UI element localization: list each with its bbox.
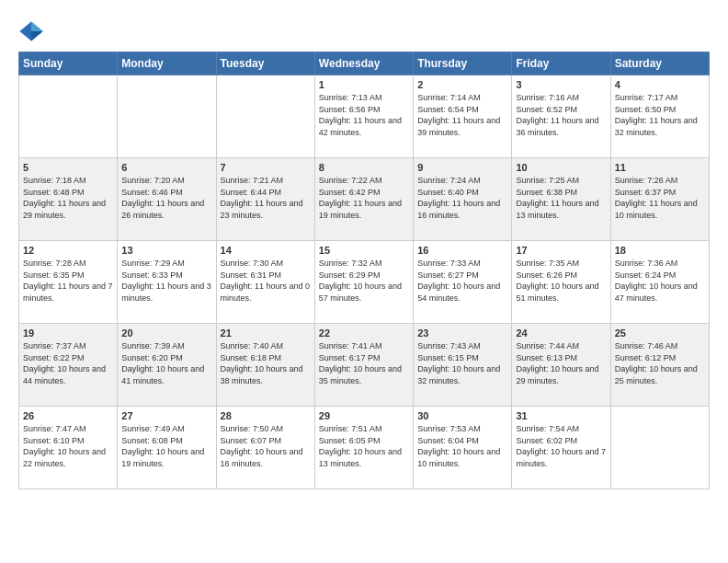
day-number: 24 bbox=[516, 327, 606, 339]
logo bbox=[18, 18, 48, 44]
calendar-week-4: 19Sunrise: 7:37 AM Sunset: 6:22 PM Dayli… bbox=[19, 324, 710, 407]
calendar-cell: 16Sunrise: 7:33 AM Sunset: 6:27 PM Dayli… bbox=[414, 241, 512, 324]
calendar-cell: 28Sunrise: 7:50 AM Sunset: 6:07 PM Dayli… bbox=[216, 407, 314, 489]
calendar-cell: 14Sunrise: 7:30 AM Sunset: 6:31 PM Dayli… bbox=[216, 241, 314, 324]
day-number: 15 bbox=[319, 245, 409, 256]
day-number: 8 bbox=[319, 162, 409, 173]
cell-content: Sunrise: 7:51 AM Sunset: 6:05 PM Dayligh… bbox=[319, 423, 409, 469]
calendar-table: SundayMondayTuesdayWednesdayThursdayFrid… bbox=[18, 52, 710, 489]
day-number: 19 bbox=[23, 327, 113, 339]
cell-content: Sunrise: 7:14 AM Sunset: 6:54 PM Dayligh… bbox=[417, 92, 507, 138]
page: SundayMondayTuesdayWednesdayThursdayFrid… bbox=[0, 0, 728, 499]
cell-content: Sunrise: 7:36 AM Sunset: 6:24 PM Dayligh… bbox=[615, 258, 705, 304]
day-number: 1 bbox=[319, 79, 409, 90]
day-header-sunday: Sunday bbox=[19, 52, 118, 75]
calendar-cell: 24Sunrise: 7:44 AM Sunset: 6:13 PM Dayli… bbox=[512, 324, 610, 407]
calendar-cell: 19Sunrise: 7:37 AM Sunset: 6:22 PM Dayli… bbox=[19, 324, 118, 407]
day-header-monday: Monday bbox=[118, 52, 216, 75]
cell-content: Sunrise: 7:54 AM Sunset: 6:02 PM Dayligh… bbox=[516, 423, 606, 469]
calendar-week-5: 26Sunrise: 7:47 AM Sunset: 6:10 PM Dayli… bbox=[19, 407, 710, 489]
calendar-cell: 31Sunrise: 7:54 AM Sunset: 6:02 PM Dayli… bbox=[512, 407, 610, 489]
calendar-cell: 30Sunrise: 7:53 AM Sunset: 6:04 PM Dayli… bbox=[414, 407, 512, 489]
day-header-saturday: Saturday bbox=[610, 52, 709, 75]
calendar-cell: 2Sunrise: 7:14 AM Sunset: 6:54 PM Daylig… bbox=[414, 75, 512, 158]
day-number: 27 bbox=[121, 410, 211, 421]
logo-icon bbox=[18, 18, 44, 44]
day-number: 23 bbox=[417, 327, 507, 339]
cell-content: Sunrise: 7:46 AM Sunset: 6:12 PM Dayligh… bbox=[615, 340, 705, 386]
day-number: 26 bbox=[23, 410, 113, 421]
cell-content: Sunrise: 7:16 AM Sunset: 6:52 PM Dayligh… bbox=[516, 92, 606, 138]
calendar-cell: 6Sunrise: 7:20 AM Sunset: 6:46 PM Daylig… bbox=[118, 158, 216, 241]
day-number: 12 bbox=[23, 245, 113, 256]
day-header-thursday: Thursday bbox=[414, 52, 512, 75]
cell-content: Sunrise: 7:21 AM Sunset: 6:44 PM Dayligh… bbox=[221, 175, 311, 221]
day-number: 28 bbox=[221, 410, 311, 421]
day-number: 11 bbox=[615, 162, 705, 173]
calendar-week-2: 5Sunrise: 7:18 AM Sunset: 6:48 PM Daylig… bbox=[19, 158, 710, 241]
calendar-cell: 29Sunrise: 7:51 AM Sunset: 6:05 PM Dayli… bbox=[314, 407, 413, 489]
day-number: 30 bbox=[417, 410, 507, 421]
cell-content: Sunrise: 7:40 AM Sunset: 6:18 PM Dayligh… bbox=[221, 340, 311, 386]
calendar-cell bbox=[610, 407, 709, 489]
day-header-friday: Friday bbox=[512, 52, 610, 75]
calendar-cell: 1Sunrise: 7:13 AM Sunset: 6:56 PM Daylig… bbox=[314, 75, 413, 158]
cell-content: Sunrise: 7:13 AM Sunset: 6:56 PM Dayligh… bbox=[319, 92, 409, 138]
day-header-tuesday: Tuesday bbox=[216, 52, 314, 75]
calendar-cell: 15Sunrise: 7:32 AM Sunset: 6:29 PM Dayli… bbox=[314, 241, 413, 324]
calendar-cell bbox=[118, 75, 216, 158]
cell-content: Sunrise: 7:41 AM Sunset: 6:17 PM Dayligh… bbox=[319, 340, 409, 386]
cell-content: Sunrise: 7:39 AM Sunset: 6:20 PM Dayligh… bbox=[121, 340, 211, 386]
cell-content: Sunrise: 7:24 AM Sunset: 6:40 PM Dayligh… bbox=[417, 175, 507, 221]
day-header-wednesday: Wednesday bbox=[314, 52, 413, 75]
calendar-cell: 18Sunrise: 7:36 AM Sunset: 6:24 PM Dayli… bbox=[610, 241, 709, 324]
calendar-cell: 7Sunrise: 7:21 AM Sunset: 6:44 PM Daylig… bbox=[216, 158, 314, 241]
calendar-header-row: SundayMondayTuesdayWednesdayThursdayFrid… bbox=[19, 52, 710, 75]
cell-content: Sunrise: 7:35 AM Sunset: 6:26 PM Dayligh… bbox=[516, 258, 606, 304]
cell-content: Sunrise: 7:50 AM Sunset: 6:07 PM Dayligh… bbox=[221, 423, 311, 469]
calendar-cell: 3Sunrise: 7:16 AM Sunset: 6:52 PM Daylig… bbox=[512, 75, 610, 158]
calendar-cell: 20Sunrise: 7:39 AM Sunset: 6:20 PM Dayli… bbox=[118, 324, 216, 407]
cell-content: Sunrise: 7:17 AM Sunset: 6:50 PM Dayligh… bbox=[615, 92, 705, 138]
cell-content: Sunrise: 7:28 AM Sunset: 6:35 PM Dayligh… bbox=[23, 258, 113, 304]
calendar-cell: 8Sunrise: 7:22 AM Sunset: 6:42 PM Daylig… bbox=[314, 158, 413, 241]
day-number: 2 bbox=[417, 79, 507, 90]
day-number: 20 bbox=[121, 327, 211, 339]
header bbox=[18, 18, 710, 44]
cell-content: Sunrise: 7:20 AM Sunset: 6:46 PM Dayligh… bbox=[121, 175, 211, 221]
svg-marker-1 bbox=[31, 22, 43, 32]
cell-content: Sunrise: 7:25 AM Sunset: 6:38 PM Dayligh… bbox=[516, 175, 606, 221]
cell-content: Sunrise: 7:49 AM Sunset: 6:08 PM Dayligh… bbox=[121, 423, 211, 469]
day-number: 9 bbox=[417, 162, 507, 173]
calendar-cell: 12Sunrise: 7:28 AM Sunset: 6:35 PM Dayli… bbox=[19, 241, 118, 324]
cell-content: Sunrise: 7:22 AM Sunset: 6:42 PM Dayligh… bbox=[319, 175, 409, 221]
calendar-cell: 5Sunrise: 7:18 AM Sunset: 6:48 PM Daylig… bbox=[19, 158, 118, 241]
calendar-cell: 23Sunrise: 7:43 AM Sunset: 6:15 PM Dayli… bbox=[414, 324, 512, 407]
calendar-cell: 13Sunrise: 7:29 AM Sunset: 6:33 PM Dayli… bbox=[118, 241, 216, 324]
calendar-cell: 17Sunrise: 7:35 AM Sunset: 6:26 PM Dayli… bbox=[512, 241, 610, 324]
calendar-cell: 26Sunrise: 7:47 AM Sunset: 6:10 PM Dayli… bbox=[19, 407, 118, 489]
cell-content: Sunrise: 7:32 AM Sunset: 6:29 PM Dayligh… bbox=[319, 258, 409, 304]
calendar-cell: 21Sunrise: 7:40 AM Sunset: 6:18 PM Dayli… bbox=[216, 324, 314, 407]
calendar-cell: 22Sunrise: 7:41 AM Sunset: 6:17 PM Dayli… bbox=[314, 324, 413, 407]
day-number: 13 bbox=[121, 245, 211, 256]
day-number: 31 bbox=[516, 410, 606, 421]
calendar-cell: 4Sunrise: 7:17 AM Sunset: 6:50 PM Daylig… bbox=[610, 75, 709, 158]
cell-content: Sunrise: 7:33 AM Sunset: 6:27 PM Dayligh… bbox=[417, 258, 507, 304]
cell-content: Sunrise: 7:18 AM Sunset: 6:48 PM Dayligh… bbox=[23, 175, 113, 221]
day-number: 3 bbox=[516, 79, 606, 90]
calendar-week-3: 12Sunrise: 7:28 AM Sunset: 6:35 PM Dayli… bbox=[19, 241, 710, 324]
day-number: 16 bbox=[417, 245, 507, 256]
cell-content: Sunrise: 7:47 AM Sunset: 6:10 PM Dayligh… bbox=[23, 423, 113, 469]
day-number: 7 bbox=[221, 162, 311, 173]
calendar-week-1: 1Sunrise: 7:13 AM Sunset: 6:56 PM Daylig… bbox=[19, 75, 710, 158]
day-number: 17 bbox=[516, 245, 606, 256]
cell-content: Sunrise: 7:29 AM Sunset: 6:33 PM Dayligh… bbox=[121, 258, 211, 304]
day-number: 14 bbox=[221, 245, 311, 256]
svg-marker-2 bbox=[31, 31, 43, 41]
day-number: 18 bbox=[615, 245, 705, 256]
day-number: 21 bbox=[221, 327, 311, 339]
cell-content: Sunrise: 7:43 AM Sunset: 6:15 PM Dayligh… bbox=[417, 340, 507, 386]
cell-content: Sunrise: 7:30 AM Sunset: 6:31 PM Dayligh… bbox=[221, 258, 311, 304]
calendar-cell: 9Sunrise: 7:24 AM Sunset: 6:40 PM Daylig… bbox=[414, 158, 512, 241]
